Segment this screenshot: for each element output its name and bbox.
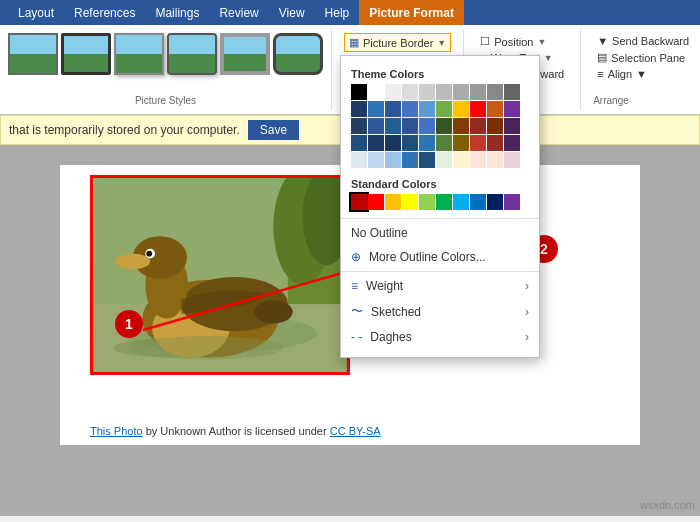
theme-color-cell[interactable] bbox=[453, 101, 469, 117]
styles-row bbox=[8, 33, 323, 75]
theme-color-cell[interactable] bbox=[385, 152, 401, 168]
style-thumb-4[interactable] bbox=[167, 33, 217, 75]
svg-point-10 bbox=[146, 251, 152, 257]
theme-color-cell[interactable] bbox=[402, 84, 418, 100]
theme-color-cell[interactable] bbox=[368, 84, 384, 100]
menu-help[interactable]: Help bbox=[315, 0, 360, 25]
menu-review[interactable]: Review bbox=[209, 0, 268, 25]
theme-color-cell[interactable] bbox=[453, 118, 469, 134]
caption-this-photo[interactable]: This Photo bbox=[90, 425, 143, 437]
theme-color-cell[interactable] bbox=[436, 135, 452, 151]
more-colors-icon: ⊕ bbox=[351, 250, 361, 264]
standard-color-cell[interactable] bbox=[470, 194, 486, 210]
theme-color-cell[interactable] bbox=[470, 101, 486, 117]
picture-styles-group: Picture Styles bbox=[0, 29, 332, 110]
align-button[interactable]: ≡ Align ▼ bbox=[593, 66, 693, 82]
theme-color-cell[interactable] bbox=[453, 84, 469, 100]
style-thumb-2[interactable] bbox=[61, 33, 111, 75]
theme-color-cell[interactable] bbox=[453, 135, 469, 151]
theme-color-cell[interactable] bbox=[453, 152, 469, 168]
selection-pane-button[interactable]: ▤ Selection Pane bbox=[593, 49, 693, 66]
picture-border-button[interactable]: ▦ Picture Border ▼ bbox=[344, 33, 451, 52]
theme-color-cell[interactable] bbox=[419, 118, 435, 134]
theme-color-cell[interactable] bbox=[402, 101, 418, 117]
standard-color-cell[interactable] bbox=[504, 194, 520, 210]
theme-color-cell[interactable] bbox=[385, 84, 401, 100]
theme-color-cell[interactable] bbox=[470, 84, 486, 100]
theme-color-cell[interactable] bbox=[419, 84, 435, 100]
theme-color-cell[interactable] bbox=[487, 152, 503, 168]
weight-item[interactable]: ≡ Weight › bbox=[341, 274, 539, 298]
theme-color-cell[interactable] bbox=[504, 152, 520, 168]
theme-color-cell[interactable] bbox=[419, 101, 435, 117]
svg-point-11 bbox=[115, 254, 150, 270]
theme-color-cell[interactable] bbox=[436, 101, 452, 117]
standard-color-cell[interactable] bbox=[487, 194, 503, 210]
theme-color-cell[interactable] bbox=[385, 101, 401, 117]
dashes-icon: - - bbox=[351, 330, 362, 344]
standard-color-cell[interactable] bbox=[453, 194, 469, 210]
caption-middle: by Unknown Author is licensed under bbox=[146, 425, 330, 437]
send-backward-label: Send Backward bbox=[612, 35, 689, 47]
standard-color-cell[interactable] bbox=[436, 194, 452, 210]
send-backward-button[interactable]: ▼ Send Backward bbox=[593, 33, 693, 49]
dashes-item[interactable]: - - Daghes › bbox=[341, 325, 539, 349]
theme-color-grid bbox=[341, 82, 539, 174]
theme-color-cell[interactable] bbox=[436, 118, 452, 134]
svg-point-13 bbox=[128, 336, 283, 359]
standard-color-cell[interactable] bbox=[419, 194, 435, 210]
theme-color-cell[interactable] bbox=[419, 152, 435, 168]
theme-color-cell[interactable] bbox=[368, 101, 384, 117]
theme-color-cell[interactable] bbox=[351, 101, 367, 117]
menu-references[interactable]: References bbox=[64, 0, 145, 25]
theme-color-cell[interactable] bbox=[487, 101, 503, 117]
theme-color-cell[interactable] bbox=[504, 118, 520, 134]
theme-color-cell[interactable] bbox=[402, 152, 418, 168]
save-button[interactable]: Save bbox=[248, 120, 299, 140]
standard-color-cell[interactable] bbox=[351, 194, 367, 210]
theme-color-cell[interactable] bbox=[504, 84, 520, 100]
theme-color-cell[interactable] bbox=[504, 135, 520, 151]
theme-color-cell[interactable] bbox=[504, 101, 520, 117]
position-button[interactable]: ☐ Position ▼ bbox=[476, 33, 568, 50]
theme-color-cell[interactable] bbox=[351, 135, 367, 151]
sketched-item[interactable]: 〜 Sketched › bbox=[341, 298, 539, 325]
theme-color-cell[interactable] bbox=[487, 118, 503, 134]
theme-color-cell[interactable] bbox=[368, 135, 384, 151]
theme-color-cell[interactable] bbox=[470, 135, 486, 151]
style-thumb-3[interactable] bbox=[114, 33, 164, 75]
theme-color-cell[interactable] bbox=[402, 118, 418, 134]
more-colors-item[interactable]: ⊕ More Outline Colors... bbox=[341, 245, 539, 269]
theme-color-cell[interactable] bbox=[470, 152, 486, 168]
theme-color-cell[interactable] bbox=[436, 152, 452, 168]
style-thumb-1[interactable] bbox=[8, 33, 58, 75]
theme-color-cell[interactable] bbox=[436, 84, 452, 100]
theme-color-cell[interactable] bbox=[487, 84, 503, 100]
menu-mailings[interactable]: Mailings bbox=[145, 0, 209, 25]
theme-color-cell[interactable] bbox=[368, 152, 384, 168]
theme-color-cell[interactable] bbox=[470, 118, 486, 134]
theme-color-cell[interactable] bbox=[351, 152, 367, 168]
menu-layout[interactable]: Layout bbox=[8, 0, 64, 25]
style-thumb-6[interactable] bbox=[273, 33, 323, 75]
standard-color-cell[interactable] bbox=[385, 194, 401, 210]
menu-view[interactable]: View bbox=[269, 0, 315, 25]
arrange-label: Arrange bbox=[593, 93, 693, 106]
theme-color-cell[interactable] bbox=[419, 135, 435, 151]
theme-color-cell[interactable] bbox=[487, 135, 503, 151]
standard-color-cell[interactable] bbox=[368, 194, 384, 210]
theme-color-cell[interactable] bbox=[368, 118, 384, 134]
theme-color-cell[interactable] bbox=[385, 135, 401, 151]
theme-color-cell[interactable] bbox=[351, 118, 367, 134]
align-label: Align bbox=[608, 68, 632, 80]
standard-color-cell[interactable] bbox=[402, 194, 418, 210]
style-thumb-5[interactable] bbox=[220, 33, 270, 75]
caption-cc-bysa[interactable]: CC BY-SA bbox=[330, 425, 381, 437]
weight-arrow: › bbox=[525, 279, 529, 293]
theme-color-cell[interactable] bbox=[402, 135, 418, 151]
wrap-text-arrow: ▼ bbox=[544, 53, 553, 63]
menu-picture-format[interactable]: Picture Format bbox=[359, 0, 464, 25]
theme-color-cell[interactable] bbox=[351, 84, 367, 100]
no-outline-item[interactable]: No Outline bbox=[341, 221, 539, 245]
theme-color-cell[interactable] bbox=[385, 118, 401, 134]
